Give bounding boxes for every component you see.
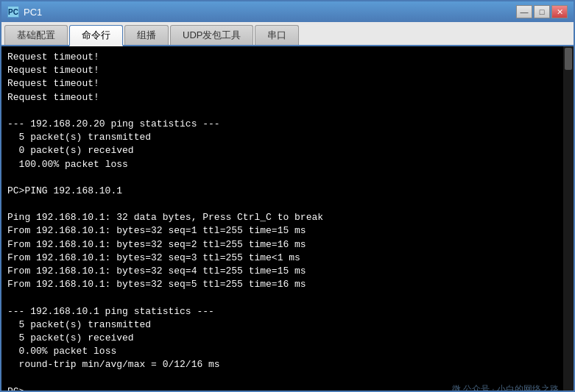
close-button[interactable]: ✕	[551, 5, 568, 18]
tabs-bar: 基础配置 命令行 组播 UDP发包工具 串口	[1, 22, 574, 46]
title-bar: PC PC1 — □ ✕	[1, 1, 574, 22]
main-window: PC PC1 — □ ✕ 基础配置 命令行 组播 UDP发包工具 串口 Requ…	[0, 0, 575, 392]
tab-multicast[interactable]: 组播	[124, 25, 169, 45]
window-title: PC1	[24, 7, 42, 18]
window-controls: — □ ✕	[516, 5, 568, 18]
title-bar-left: PC PC1	[7, 6, 42, 18]
terminal-container: Request timeout! Request timeout! Reques…	[1, 46, 574, 391]
watermark: 微 公众号 · 小白的网络之路	[452, 383, 559, 391]
minimize-button[interactable]: —	[516, 5, 532, 18]
tab-basic-config[interactable]: 基础配置	[4, 25, 68, 45]
terminal[interactable]: Request timeout! Request timeout! Reques…	[1, 46, 574, 391]
scrollbar-thumb[interactable]	[565, 48, 572, 70]
tab-serial[interactable]: 串口	[255, 25, 299, 45]
scrollbar[interactable]	[563, 46, 574, 391]
tab-command-line[interactable]: 命令行	[69, 25, 123, 46]
maximize-button[interactable]: □	[534, 5, 550, 18]
terminal-output: Request timeout! Request timeout! Reques…	[7, 51, 568, 391]
tab-udp-tool[interactable]: UDP发包工具	[170, 25, 253, 45]
window-icon: PC	[7, 6, 19, 18]
